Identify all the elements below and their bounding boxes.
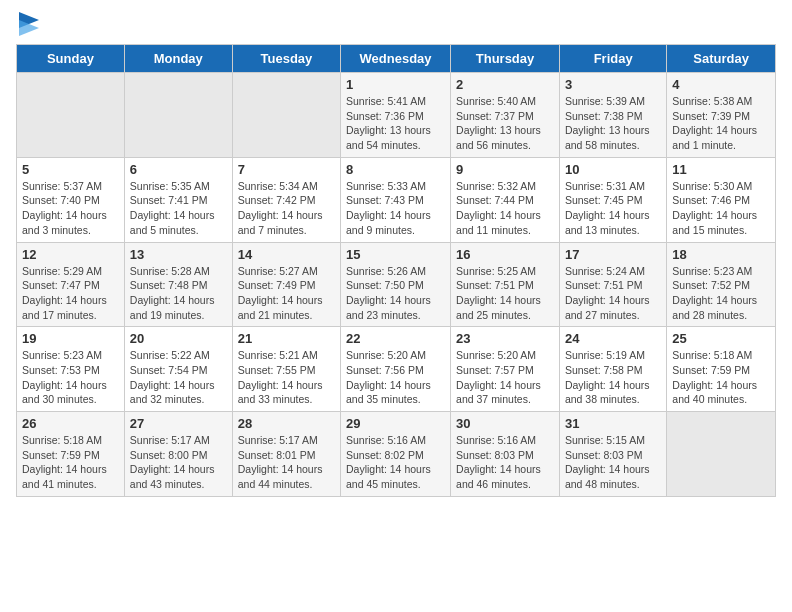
- day-info: Sunrise: 5:15 AM Sunset: 8:03 PM Dayligh…: [565, 433, 661, 492]
- column-header-sunday: Sunday: [17, 45, 125, 73]
- day-info: Sunrise: 5:30 AM Sunset: 7:46 PM Dayligh…: [672, 179, 770, 238]
- day-number: 9: [456, 162, 554, 177]
- calendar-week-row: 1Sunrise: 5:41 AM Sunset: 7:36 PM Daylig…: [17, 73, 776, 158]
- day-number: 2: [456, 77, 554, 92]
- calendar-cell: 24Sunrise: 5:19 AM Sunset: 7:58 PM Dayli…: [559, 327, 666, 412]
- day-info: Sunrise: 5:31 AM Sunset: 7:45 PM Dayligh…: [565, 179, 661, 238]
- day-number: 14: [238, 247, 335, 262]
- calendar-header-row: SundayMondayTuesdayWednesdayThursdayFrid…: [17, 45, 776, 73]
- calendar-cell: 19Sunrise: 5:23 AM Sunset: 7:53 PM Dayli…: [17, 327, 125, 412]
- calendar-cell: 12Sunrise: 5:29 AM Sunset: 7:47 PM Dayli…: [17, 242, 125, 327]
- day-number: 5: [22, 162, 119, 177]
- calendar-cell: 9Sunrise: 5:32 AM Sunset: 7:44 PM Daylig…: [451, 157, 560, 242]
- calendar-cell: 30Sunrise: 5:16 AM Sunset: 8:03 PM Dayli…: [451, 412, 560, 497]
- calendar-cell: 20Sunrise: 5:22 AM Sunset: 7:54 PM Dayli…: [124, 327, 232, 412]
- calendar-cell: 13Sunrise: 5:28 AM Sunset: 7:48 PM Dayli…: [124, 242, 232, 327]
- logo: [16, 16, 39, 36]
- calendar-cell: 27Sunrise: 5:17 AM Sunset: 8:00 PM Dayli…: [124, 412, 232, 497]
- day-number: 28: [238, 416, 335, 431]
- day-info: Sunrise: 5:28 AM Sunset: 7:48 PM Dayligh…: [130, 264, 227, 323]
- day-info: Sunrise: 5:33 AM Sunset: 7:43 PM Dayligh…: [346, 179, 445, 238]
- calendar-cell: 16Sunrise: 5:25 AM Sunset: 7:51 PM Dayli…: [451, 242, 560, 327]
- column-header-tuesday: Tuesday: [232, 45, 340, 73]
- day-info: Sunrise: 5:26 AM Sunset: 7:50 PM Dayligh…: [346, 264, 445, 323]
- column-header-wednesday: Wednesday: [341, 45, 451, 73]
- day-number: 22: [346, 331, 445, 346]
- calendar-week-row: 12Sunrise: 5:29 AM Sunset: 7:47 PM Dayli…: [17, 242, 776, 327]
- day-number: 1: [346, 77, 445, 92]
- day-info: Sunrise: 5:25 AM Sunset: 7:51 PM Dayligh…: [456, 264, 554, 323]
- calendar-cell: 10Sunrise: 5:31 AM Sunset: 7:45 PM Dayli…: [559, 157, 666, 242]
- calendar-week-row: 5Sunrise: 5:37 AM Sunset: 7:40 PM Daylig…: [17, 157, 776, 242]
- calendar-cell: 17Sunrise: 5:24 AM Sunset: 7:51 PM Dayli…: [559, 242, 666, 327]
- day-info: Sunrise: 5:29 AM Sunset: 7:47 PM Dayligh…: [22, 264, 119, 323]
- day-info: Sunrise: 5:22 AM Sunset: 7:54 PM Dayligh…: [130, 348, 227, 407]
- day-info: Sunrise: 5:37 AM Sunset: 7:40 PM Dayligh…: [22, 179, 119, 238]
- calendar-cell: 26Sunrise: 5:18 AM Sunset: 7:59 PM Dayli…: [17, 412, 125, 497]
- day-number: 8: [346, 162, 445, 177]
- day-info: Sunrise: 5:19 AM Sunset: 7:58 PM Dayligh…: [565, 348, 661, 407]
- day-info: Sunrise: 5:20 AM Sunset: 7:57 PM Dayligh…: [456, 348, 554, 407]
- day-number: 11: [672, 162, 770, 177]
- day-number: 6: [130, 162, 227, 177]
- day-number: 18: [672, 247, 770, 262]
- calendar-cell: 15Sunrise: 5:26 AM Sunset: 7:50 PM Dayli…: [341, 242, 451, 327]
- day-number: 13: [130, 247, 227, 262]
- day-info: Sunrise: 5:16 AM Sunset: 8:03 PM Dayligh…: [456, 433, 554, 492]
- day-number: 10: [565, 162, 661, 177]
- day-info: Sunrise: 5:27 AM Sunset: 7:49 PM Dayligh…: [238, 264, 335, 323]
- logo-icon: [19, 12, 39, 36]
- day-number: 12: [22, 247, 119, 262]
- day-number: 30: [456, 416, 554, 431]
- page-header: [16, 16, 776, 36]
- day-number: 7: [238, 162, 335, 177]
- day-number: 20: [130, 331, 227, 346]
- day-number: 21: [238, 331, 335, 346]
- day-number: 24: [565, 331, 661, 346]
- day-info: Sunrise: 5:24 AM Sunset: 7:51 PM Dayligh…: [565, 264, 661, 323]
- calendar-cell: 5Sunrise: 5:37 AM Sunset: 7:40 PM Daylig…: [17, 157, 125, 242]
- calendar-cell: 14Sunrise: 5:27 AM Sunset: 7:49 PM Dayli…: [232, 242, 340, 327]
- calendar-week-row: 19Sunrise: 5:23 AM Sunset: 7:53 PM Dayli…: [17, 327, 776, 412]
- day-number: 17: [565, 247, 661, 262]
- day-info: Sunrise: 5:23 AM Sunset: 7:52 PM Dayligh…: [672, 264, 770, 323]
- day-info: Sunrise: 5:35 AM Sunset: 7:41 PM Dayligh…: [130, 179, 227, 238]
- day-info: Sunrise: 5:18 AM Sunset: 7:59 PM Dayligh…: [672, 348, 770, 407]
- day-info: Sunrise: 5:38 AM Sunset: 7:39 PM Dayligh…: [672, 94, 770, 153]
- calendar-cell: [232, 73, 340, 158]
- day-info: Sunrise: 5:34 AM Sunset: 7:42 PM Dayligh…: [238, 179, 335, 238]
- day-info: Sunrise: 5:40 AM Sunset: 7:37 PM Dayligh…: [456, 94, 554, 153]
- day-info: Sunrise: 5:41 AM Sunset: 7:36 PM Dayligh…: [346, 94, 445, 153]
- day-number: 26: [22, 416, 119, 431]
- column-header-thursday: Thursday: [451, 45, 560, 73]
- day-number: 16: [456, 247, 554, 262]
- calendar-cell: 25Sunrise: 5:18 AM Sunset: 7:59 PM Dayli…: [667, 327, 776, 412]
- day-number: 31: [565, 416, 661, 431]
- calendar-week-row: 26Sunrise: 5:18 AM Sunset: 7:59 PM Dayli…: [17, 412, 776, 497]
- column-header-monday: Monday: [124, 45, 232, 73]
- column-header-saturday: Saturday: [667, 45, 776, 73]
- calendar-cell: [667, 412, 776, 497]
- calendar-cell: 6Sunrise: 5:35 AM Sunset: 7:41 PM Daylig…: [124, 157, 232, 242]
- calendar-cell: [124, 73, 232, 158]
- day-info: Sunrise: 5:16 AM Sunset: 8:02 PM Dayligh…: [346, 433, 445, 492]
- day-number: 4: [672, 77, 770, 92]
- day-number: 23: [456, 331, 554, 346]
- calendar-cell: [17, 73, 125, 158]
- calendar-cell: 21Sunrise: 5:21 AM Sunset: 7:55 PM Dayli…: [232, 327, 340, 412]
- day-info: Sunrise: 5:20 AM Sunset: 7:56 PM Dayligh…: [346, 348, 445, 407]
- calendar-cell: 1Sunrise: 5:41 AM Sunset: 7:36 PM Daylig…: [341, 73, 451, 158]
- day-info: Sunrise: 5:32 AM Sunset: 7:44 PM Dayligh…: [456, 179, 554, 238]
- column-header-friday: Friday: [559, 45, 666, 73]
- calendar-cell: 23Sunrise: 5:20 AM Sunset: 7:57 PM Dayli…: [451, 327, 560, 412]
- calendar-cell: 4Sunrise: 5:38 AM Sunset: 7:39 PM Daylig…: [667, 73, 776, 158]
- day-info: Sunrise: 5:17 AM Sunset: 8:00 PM Dayligh…: [130, 433, 227, 492]
- calendar-cell: 11Sunrise: 5:30 AM Sunset: 7:46 PM Dayli…: [667, 157, 776, 242]
- calendar-cell: 22Sunrise: 5:20 AM Sunset: 7:56 PM Dayli…: [341, 327, 451, 412]
- day-info: Sunrise: 5:39 AM Sunset: 7:38 PM Dayligh…: [565, 94, 661, 153]
- calendar-cell: 28Sunrise: 5:17 AM Sunset: 8:01 PM Dayli…: [232, 412, 340, 497]
- day-number: 27: [130, 416, 227, 431]
- calendar-cell: 31Sunrise: 5:15 AM Sunset: 8:03 PM Dayli…: [559, 412, 666, 497]
- calendar-cell: 3Sunrise: 5:39 AM Sunset: 7:38 PM Daylig…: [559, 73, 666, 158]
- day-number: 3: [565, 77, 661, 92]
